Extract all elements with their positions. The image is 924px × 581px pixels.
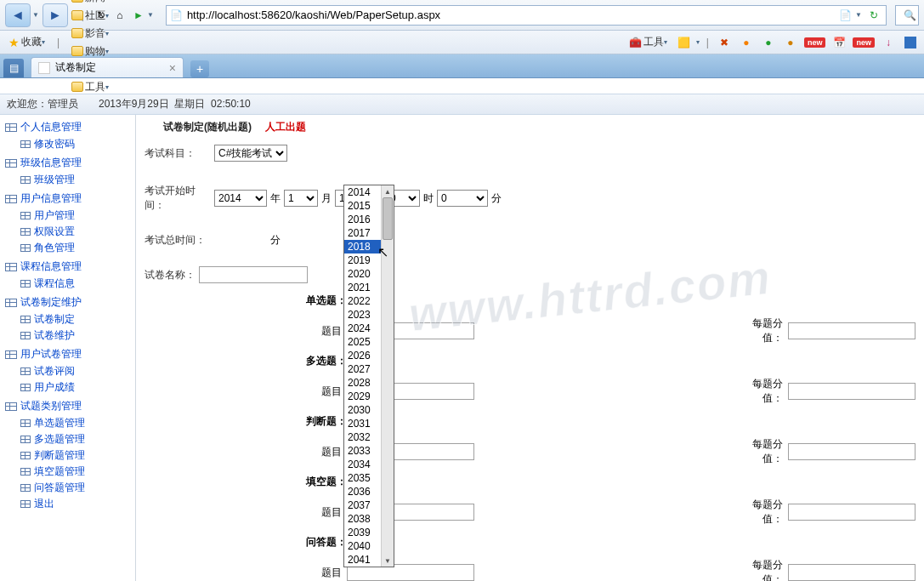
subject-select[interactable]: C#技能考试	[214, 145, 287, 162]
nav-item[interactable]: 角色管理	[0, 240, 135, 256]
year-option[interactable]: 2028	[344, 376, 382, 390]
nav-item[interactable]: 填空题管理	[0, 464, 135, 480]
extension-icon-3[interactable]: ●	[738, 34, 755, 51]
back-button[interactable]: ◄	[5, 3, 31, 27]
refresh-icon[interactable]: ↻	[865, 7, 882, 24]
tab-close-button[interactable]: ×	[169, 61, 176, 75]
year-option[interactable]: 2014	[344, 185, 382, 199]
year-option[interactable]: 2023	[344, 308, 382, 322]
compat-view-icon[interactable]: 📄	[836, 7, 853, 24]
nav-item[interactable]: 单选题管理	[0, 415, 135, 431]
tab-list-button[interactable]: ▤	[3, 59, 24, 77]
year-option[interactable]: 2015	[344, 199, 382, 213]
nav-item[interactable]: 试卷维护	[0, 328, 135, 344]
year-option[interactable]: 2016	[344, 213, 382, 226]
nav-item[interactable]: 班级管理	[0, 172, 135, 188]
year-option[interactable]: 2038	[344, 512, 382, 526]
year-option[interactable]: 2019	[344, 253, 382, 267]
nav-item[interactable]: 课程信息	[0, 276, 135, 292]
bookmark-folder[interactable]: 工具▾	[68, 78, 112, 96]
url-dropdown[interactable]: ▼	[855, 11, 862, 19]
bookmark-folder[interactable]: 新闻▾	[68, 0, 112, 7]
bookmark-folder[interactable]: 社区▾	[68, 7, 112, 25]
month-select[interactable]: 1	[284, 190, 318, 207]
year-option[interactable]: 2025	[344, 335, 382, 349]
nav-item[interactable]: 试卷制定	[0, 311, 135, 328]
year-option[interactable]: 2033	[344, 444, 382, 458]
extension-icon-8[interactable]	[902, 34, 919, 51]
extension-icon-7[interactable]: ↓	[880, 34, 897, 51]
nav-item-label: 判断题管理	[34, 448, 85, 463]
year-option[interactable]: 2039	[344, 526, 382, 539]
year-option[interactable]: 2031	[344, 417, 382, 430]
year-option[interactable]: 2037	[344, 498, 382, 512]
year-option[interactable]: 2034	[344, 458, 382, 471]
forward-button[interactable]: ►	[43, 3, 68, 27]
new-badge-1[interactable]: new	[804, 37, 826, 48]
score-input[interactable]	[788, 322, 915, 339]
nav-item[interactable]: 权限设置	[0, 224, 135, 240]
year-option[interactable]: 2041	[344, 553, 382, 567]
year-option[interactable]: 2022	[344, 294, 382, 308]
dropdown-scrollbar[interactable]: ▲ ▼	[381, 185, 394, 567]
extension-icon-6[interactable]: 📅	[830, 34, 847, 51]
nav-group-header[interactable]: 课程信息管理	[0, 258, 135, 276]
year-option[interactable]: 2040	[344, 539, 382, 553]
nav-item[interactable]: 问答题管理	[0, 480, 135, 496]
url-input[interactable]	[187, 7, 836, 24]
year-option[interactable]: 2035	[344, 471, 382, 485]
minute-select[interactable]: 0	[437, 190, 488, 207]
scroll-thumb[interactable]	[383, 197, 393, 240]
year-dropdown-list[interactable]: ▲ ▼ 201420152016201720182019202020212022…	[343, 185, 394, 567]
new-badge-2[interactable]: new	[853, 37, 875, 48]
tools-menu[interactable]: 🧰 工具 ▾	[626, 33, 671, 51]
active-tab[interactable]: 试卷制定 ×	[31, 57, 184, 77]
bookmark-folder[interactable]: 影音▾	[68, 25, 112, 43]
nav-item[interactable]: 试卷评阅	[0, 363, 135, 379]
year-option[interactable]: 2026	[344, 349, 382, 362]
year-option[interactable]: 2024	[344, 322, 382, 335]
score-input[interactable]	[788, 504, 915, 521]
year-option[interactable]: 2017	[344, 226, 382, 240]
manual-mode-link[interactable]: 人工出题	[265, 120, 306, 134]
nav-group-header[interactable]: 班级信息管理	[0, 154, 135, 172]
stop-button[interactable]: ►	[130, 7, 147, 24]
year-option[interactable]: 2032	[344, 430, 382, 444]
favorites-button[interactable]: ★ 收藏 ▾	[5, 33, 48, 51]
nav-item[interactable]: 多选题管理	[0, 431, 135, 447]
nav-group-header[interactable]: 试题类别管理	[0, 397, 135, 415]
paper-name-input[interactable]	[199, 266, 308, 283]
year-option[interactable]: 2021	[344, 281, 382, 294]
nav-group-header[interactable]: 用户信息管理	[0, 190, 135, 208]
nav-group-header[interactable]: 试卷制定维护	[0, 293, 135, 311]
nav-group-header[interactable]: 个人信息管理	[0, 118, 135, 136]
home-dropdown[interactable]: ▼	[147, 11, 154, 19]
extension-icon-1[interactable]: 🟨	[676, 34, 693, 51]
score-input[interactable]	[788, 443, 915, 460]
search-box[interactable]: 🔍	[895, 5, 919, 26]
address-bar[interactable]: 📄 📄 ▼ ↻	[166, 5, 887, 26]
extension-icon-4[interactable]: ●	[760, 34, 777, 51]
score-input[interactable]	[788, 564, 915, 581]
nav-item[interactable]: 用户管理	[0, 208, 135, 224]
scroll-down-arrow[interactable]: ▼	[382, 555, 394, 567]
extension-icon-5[interactable]: ●	[782, 34, 799, 51]
score-input[interactable]	[788, 383, 915, 400]
nav-group-header[interactable]: 用户试卷管理	[0, 345, 135, 363]
nav-item[interactable]: 修改密码	[0, 136, 135, 152]
year-option[interactable]: 2020	[344, 267, 382, 281]
year-option[interactable]: 2036	[344, 485, 382, 498]
home-button[interactable]: ⌂	[111, 7, 128, 24]
year-option[interactable]: 2030	[344, 403, 382, 417]
nav-item[interactable]: 判断题管理	[0, 447, 135, 464]
year-select[interactable]: 2014	[214, 190, 267, 207]
year-option[interactable]: 2018	[344, 240, 382, 253]
nav-item[interactable]: 退出	[0, 496, 135, 512]
scroll-up-arrow[interactable]: ▲	[382, 185, 394, 197]
new-tab-button[interactable]: +	[190, 60, 209, 77]
year-option[interactable]: 2027	[344, 362, 382, 376]
back-history-dropdown[interactable]: ▼	[32, 11, 39, 19]
extension-icon-2[interactable]: ✖	[716, 34, 733, 51]
nav-item[interactable]: 用户成绩	[0, 379, 135, 396]
year-option[interactable]: 2029	[344, 390, 382, 403]
